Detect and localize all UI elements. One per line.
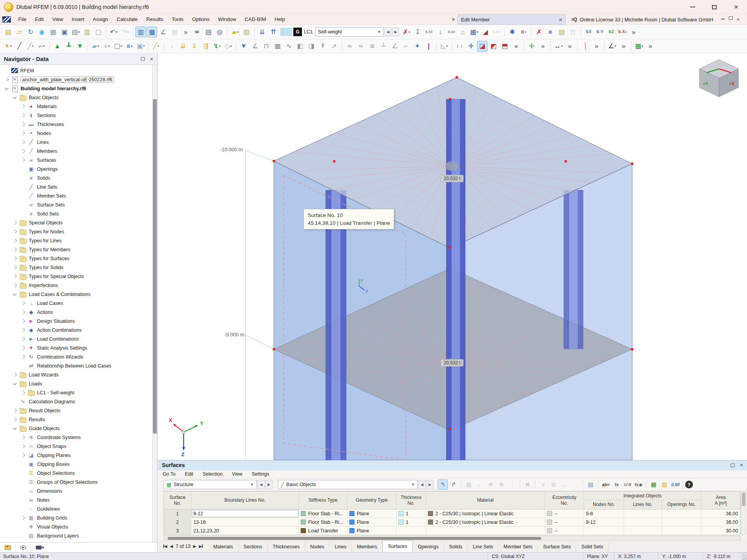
expander-icon[interactable] [12,417,18,422]
plumb-line-icon[interactable]: ❙ [423,41,434,52]
menu-results[interactable]: Results [142,15,167,24]
tree-item-load-cases[interactable]: ↓Load Cases [0,299,157,308]
expander-icon[interactable] [12,292,18,297]
print-icon[interactable]: ▤▾ [70,26,81,37]
tree-item-basic-objects[interactable]: Basic Objects [0,93,157,102]
member-release-6-icon[interactable]: ⌐ [401,41,411,52]
zoom-reset-icon[interactable]: ✗ [534,26,544,37]
expander-icon[interactable] [12,220,18,226]
new-opening-icon[interactable]: ▢▾ [113,41,123,52]
cell-area[interactable]: 30.00 [701,527,740,535]
tree-item-surfaces[interactable]: ▰Surfaces [0,156,157,164]
new-polyline-icon[interactable]: ⌐▾ [37,41,47,52]
grid-points-icon[interactable]: ⋮⋮ [454,41,465,52]
expander-icon[interactable] [20,149,26,154]
tree-item-load-combinations[interactable]: ►Load Combinations [0,334,157,343]
first-page-icon[interactable]: ◀ [163,544,167,548]
ramp-load-icon[interactable]: ◢ [480,26,491,37]
column-header-thickness[interactable]: ThicknessNo. [396,492,426,509]
tree-item-anchor-with-plate-vertical-oe-250228-rf6[interactable]: anchor_with_plate_vertical-oE-250228.rf6 [0,75,157,84]
cell-geometry[interactable]: Plane [347,527,396,535]
expander-icon[interactable] [12,283,18,288]
expander-icon[interactable] [12,372,18,378]
render-mode-icon[interactable]: ◧ [295,41,305,52]
menu-calculate[interactable]: Calculate [112,15,142,24]
cell-openings[interactable] [662,509,701,518]
new-member-load-icon[interactable]: ⇊ [178,41,188,52]
solid-view-icon[interactable]: ■ [545,26,556,37]
table-horizontal-scrollbar[interactable] [163,536,741,541]
expander-icon[interactable] [20,435,26,440]
open-model-icon[interactable]: ▱ [14,26,25,37]
tree-item-types-for-surfaces[interactable]: Types for Surfaces [0,254,157,263]
menu-file[interactable]: File [14,15,31,24]
tree-item-actions[interactable]: ◆Actions [0,308,157,317]
insert-row-icon[interactable]: ↴ [538,480,548,490]
sheet-tab-members[interactable]: Members [352,542,382,552]
import-table-icon[interactable]: ▥ [659,480,670,490]
panel-close-icon[interactable]: × [736,16,740,23]
model-viewport[interactable]: 20.532 t20.532 tyzXYZ -10.000 m -5.000 m… [158,53,747,460]
move-left-icon[interactable]: ← [559,480,570,490]
table-row[interactable]: 321,12,23,20Load TransferPlane--30.00 [164,527,740,535]
model-3d-scene[interactable]: 20.532 t20.532 tyzXYZ [158,53,747,460]
edit-member-tab[interactable]: Edit Member × [458,14,566,24]
member-release-4-icon[interactable]: ┴ [378,41,389,52]
cell-geometry[interactable]: Plane [347,509,396,518]
delete-all-rows-icon[interactable]: ✖ [523,480,533,490]
sync-selection-icon[interactable]: ↰ [438,480,448,490]
script-console-icon[interactable]: sc [192,26,202,37]
previous-load-case-button[interactable]: ◀ [384,27,391,37]
table-delete-icon[interactable]: ✖ [496,480,507,490]
toolbar1-overflow-icon[interactable]: » [628,26,639,37]
select-special-icon[interactable]: ✦ [412,41,423,52]
cell-thickness[interactable]: 1 [396,509,426,518]
undo-icon[interactable]: ↶▾ [109,26,119,37]
column-header-nodes[interactable]: Nodes No. [584,500,624,509]
cell-eccentricity[interactable]: -- [545,518,584,526]
new-mesh-refinement-icon[interactable]: ▼ [75,41,85,52]
tree-item-special-objects[interactable]: Special Objects [0,218,157,227]
close-button[interactable]: × [725,0,747,14]
tree-item-notes[interactable]: xxNotes [0,495,157,504]
new-surface-tool-icon[interactable]: ▰▾ [230,26,240,37]
expander-icon[interactable] [20,318,26,324]
tree-item-guidelines[interactable]: ▫Guidelines [0,504,157,513]
column-header-no[interactable]: SurfaceNo. [164,492,191,509]
expander-icon[interactable] [20,390,26,396]
edit-view-icon[interactable]: ▨ [556,26,567,37]
cell-lines[interactable] [624,509,662,518]
maximize-button[interactable] [703,0,725,14]
sheet-tab-thicknesses[interactable]: Thicknesses [268,542,305,552]
navigator-views-tab[interactable] [31,542,47,552]
column-header-lines[interactable]: Lines No. [624,500,662,509]
structure-prev-button[interactable]: ◀ [258,480,265,489]
cell-geometry[interactable]: Plane [347,518,396,526]
member-release-3-icon[interactable]: ≊ [367,41,377,52]
tree-item-action-combinations[interactable]: ◆Action Combinations [0,326,157,334]
member-load-values-icon[interactable]: x.xx [446,26,457,37]
menu-insert[interactable]: Insert [67,15,89,24]
diagram-panel-icon[interactable]: ∠ [158,26,168,37]
formula-info-icon[interactable]: fx◉ [633,480,644,490]
cell-boundary[interactable]: 13-16 [191,518,299,526]
section-line-icon[interactable]: ┊ [580,41,591,52]
column-header-geometry[interactable]: Geometry Type [347,492,396,509]
tree-item-line-sets[interactable]: ╱Line Sets [0,182,157,191]
section-overflow-icon[interactable]: » [591,41,602,52]
cell-openings[interactable] [662,518,701,526]
tree-item-load-cases-combinations[interactable]: Load Cases & Combinations [0,290,157,299]
measure-icon[interactable]: ↔▾ [553,41,564,52]
expander-icon[interactable] [12,95,18,100]
cell-boundary[interactable]: 9-12 [191,509,299,518]
expander-icon[interactable] [20,444,26,449]
cell-openings[interactable] [662,527,701,535]
formula-icon[interactable]: fx [612,480,622,490]
load-duration-icon[interactable]: ↧ [412,26,423,37]
expander-icon[interactable] [20,453,26,458]
render-box-icon[interactable]: ◨ [306,41,317,52]
view-cube[interactable]: +Y+X [696,57,742,98]
work-plane-icon[interactable]: ◺▾ [439,41,449,52]
tree-item-types-for-special-objects[interactable]: Types for Special Objects [0,272,157,281]
address-book-icon[interactable]: ▦ [48,26,58,37]
